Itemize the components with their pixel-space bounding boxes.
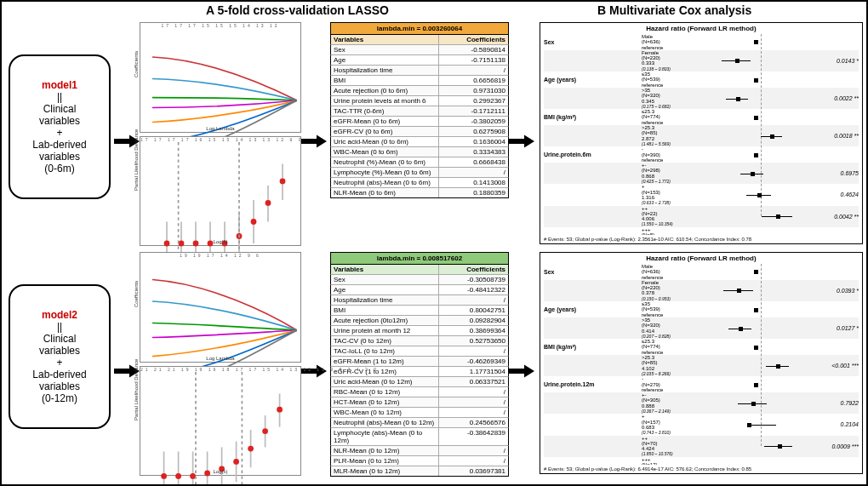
l: variables [39,345,80,357]
forest-footer: # Events: 53; Global p-value (Log-Rank):… [540,235,862,243]
model2-name: model2 [42,309,77,321]
forest-row: ++(N=22)4.006(1.550 – 10.354)0.0042 ** [544,206,859,227]
model1-cv-plot: 17 17 17 17 16 15 15 14 13 13 12 6 0 [140,136,301,247]
l: Clinical [43,333,77,345]
forest-ci [717,132,814,140]
forest-label: Age (years) [544,306,642,312]
var: Age [331,285,439,294]
coef-row: Sex-0.30508739 [330,275,509,285]
coef-row: Uric acid-Mean (0 to 12m)0.06337521 [330,377,509,387]
model1-forest-plot: Hazard ratio (Forward LR method) SexMale… [540,22,863,244]
forest-ci [717,76,814,84]
hdr-var: Variables [331,265,439,274]
coef-row: Age-0.7151138 [330,55,509,66]
forest-group: ≤25.3(N=774)reference [642,109,717,125]
var: Neutrophil (abs)-Mean (0 to 12m) [331,418,439,427]
coef: / [439,397,508,407]
xlab: Log Lambda [206,126,234,131]
forest-group: +-(N=298)0.868(0.425 – 1.772) [642,163,717,184]
svg-marker-22 [509,134,534,147]
coef: / [439,408,508,417]
arrow-icon [509,358,534,386]
forest-label: Urine.protein.6m [544,152,642,157]
coef: 0.52753650 [439,336,508,346]
coef-row: Urine protein levels at month 60.2992367 [330,96,509,106]
forest-group: +(N=153)1.316(0.633 – 2.738) [642,184,717,205]
var: TAC-IoLL (0 to 12m) [331,346,439,356]
forest-row: +-(N=298)0.868(0.425 – 1.772)0.6975 [544,163,859,184]
forest-row: ++(N=70)4.424(1.850 – 10.576)0.0009 *** [544,436,859,457]
model1-name: model1 [42,79,77,91]
forest-p: 0.0042 ** [814,214,859,220]
coef: / [439,456,508,466]
coef: / [439,66,508,75]
lambda-min: lambda.min = 0.003260064 [330,22,509,35]
forest-group: +-(N=305)0.888(0.367 – 2.149) [642,392,717,414]
arrow-icon [301,358,327,386]
svg-point-10 [164,240,170,246]
svg-point-40 [262,428,268,434]
var: PLR-Mean (0 to 12m) [331,456,439,466]
forest-label: BMI (kg/m²) [544,114,642,120]
forest-ci [717,442,814,450]
coef-row: Urine protein at month 120.38699364 [330,326,509,336]
forest-label: Urine.protein.12m [544,381,642,387]
l: Lab-derived [32,139,86,151]
forest-row: SexMale(N=636)reference [544,34,859,50]
coef-row: eGFR-CV (0 to 6m)0.6275908 [330,127,509,137]
model2-coef-path-plot: 19 19 17 14 12 9 6 Coefficients Log Lamb… [140,252,301,363]
coef: -0.5890814 [439,45,508,54]
panel-b-title: B Multivariate Cox analysis [597,3,751,17]
coef-row: Uric acid-Mean (0 to 6m)0.1636004 [330,137,509,147]
forest-p: 0.0022 ** [814,95,859,101]
l: Clinical [43,103,77,115]
var: Sex [331,45,439,54]
forest-group: >25.3(N=85)2.872(1.481 – 5.569) [642,125,717,146]
forest-ci [717,233,814,235]
coef-row: BMI0.6656819 [330,76,509,86]
coef: 0.9731030 [439,86,508,95]
forest-group: >25.3(N=85)4.102(2.035 – 8.266) [642,355,717,376]
coef-row: Acute rejection (0to12m)0.09282904 [330,316,509,326]
forest-group: >35(N=320)0.345(0.175 – 0.682) [642,88,717,109]
coef-header: Variables Coefficients [330,265,509,275]
forest-row: >25.3(N=85)2.872(1.481 – 5.569)0.0018 ** [544,125,859,146]
forest-p: 0.6975 [814,170,859,176]
forest-p: 0.0143 * [814,58,859,64]
coef-row: Hospitalization time/ [330,66,509,76]
xlab: Log(λ) [213,239,227,244]
var: eGFR-Mean (0 to 6m) [331,117,439,126]
forest-ci [717,399,814,408]
coef-row: WBC-Mean (0 to 12m)/ [330,408,509,418]
var: Urine protein levels at month 6 [331,96,439,106]
model1-coef-path-plot: 17 17 17 15 15 15 14 13 12 Coefficients … [140,22,301,133]
plus: + [56,357,62,369]
coef: 0.3334383 [439,147,508,157]
range: (0-6m) [44,163,74,174]
forest-label: Age (years) [544,77,642,83]
coef: -0.1712111 [439,106,508,116]
forest-row: >35(N=320)0.414(0.207 – 0.828)0.0127 * [544,317,859,339]
var: Acute rejection (0to12m) [331,316,439,325]
ylab: Partial Likelihood Deviance [134,359,139,420]
hdr-coef: Coefficients [439,265,508,274]
coef: 0.1636004 [439,137,508,146]
coef: 0.80042751 [439,306,508,315]
model2-badge: model2 || Clinical variables + Lab-deriv… [9,284,111,429]
plus: + [56,127,62,139]
model1-badge: model1 || Clinical variables + Lab-deriv… [9,54,111,199]
coef-row: TAC-IoLL (0 to 12m)/ [330,346,509,357]
panel-a-title: A 5-fold cross-validation LASSO [206,3,389,17]
coef-row: Lymphocyte (%)-Mean (0 to 6m)/ [330,168,509,178]
model2-lasso-plots: 19 19 17 14 12 9 6 Coefficients Log Lamb… [140,250,301,476]
var: NLR-Mean (0 to 12m) [331,446,439,455]
var: Sex [331,275,439,284]
coef: 0.6668438 [439,157,508,167]
forest-ci [717,212,814,220]
var: Urine protein at month 12 [331,326,439,335]
var: NLR-Mean (0 to 6m) [331,188,439,197]
coef-row: Acute rejection (0 to 6m)0.9731030 [330,86,509,96]
forest-body: SexMale(N=636)referenceFemale(N=220)0.37… [540,264,862,465]
forest-label: BMI (kg/m²) [544,344,642,350]
var: TAC-TTR (0-6m) [331,106,439,116]
